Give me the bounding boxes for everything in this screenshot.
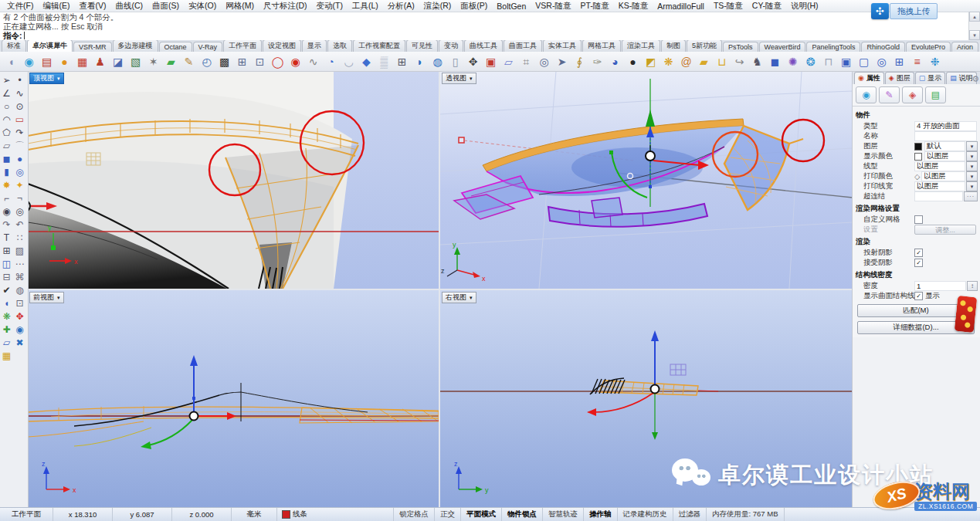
menu-item[interactable]: 网格(M) bbox=[221, 1, 259, 12]
toggle-ortho[interactable]: 正交 bbox=[435, 508, 461, 521]
dots-icon[interactable]: ⋯ bbox=[13, 257, 26, 270]
toolbar-tab[interactable]: V-Ray bbox=[193, 42, 223, 52]
pushpin-icon[interactable]: ♟ bbox=[91, 53, 109, 70]
tab-properties[interactable]: ◉ 属性 bbox=[854, 72, 884, 84]
row-layer[interactable]: 图层 默认 ▾ bbox=[854, 141, 978, 151]
points-grid-icon[interactable]: ∷ bbox=[13, 231, 26, 244]
pointer-icon[interactable]: ➢ bbox=[0, 73, 13, 86]
hatch-icon[interactable]: ▨ bbox=[13, 244, 26, 257]
menu-item[interactable]: 编辑(E) bbox=[38, 1, 74, 12]
layer-stack-icon[interactable]: ≡ bbox=[908, 53, 926, 70]
flash-icon[interactable]: ✦ bbox=[13, 178, 26, 191]
row-linetype[interactable]: 线型 以图层 ▾ bbox=[854, 161, 978, 171]
fillet-icon[interactable]: ↷ bbox=[0, 218, 13, 231]
note-icon[interactable]: ▤ bbox=[925, 86, 946, 103]
command-prompt[interactable]: 指令: bbox=[3, 31, 969, 40]
checkbox[interactable]: ✓ bbox=[914, 259, 923, 267]
polygon-icon[interactable]: ⬠ bbox=[0, 126, 13, 139]
dropdown-arrow-icon[interactable]: ▾ bbox=[966, 171, 978, 181]
tree-icon[interactable]: ✚ bbox=[0, 323, 13, 336]
toolbar-tab[interactable]: 变动 bbox=[439, 40, 463, 52]
gear-icon[interactable]: ⚙ bbox=[972, 75, 979, 83]
swirl-ball-icon[interactable]: ❂ bbox=[802, 53, 819, 70]
rectangle-icon[interactable]: ▭ bbox=[13, 113, 26, 126]
viewport-front[interactable]: z x 前视图 ▾ bbox=[28, 290, 439, 508]
menu-item[interactable]: 查看(V) bbox=[74, 1, 110, 12]
viewport-right-title[interactable]: 右视图 ▾ bbox=[442, 292, 476, 303]
toolbar-tab[interactable]: 多边形建模 bbox=[113, 40, 158, 52]
stretch-box-icon[interactable]: ⌗ bbox=[517, 53, 535, 70]
toolbar-tab[interactable]: 可见性 bbox=[406, 40, 438, 52]
ground-plane-icon[interactable]: ▧ bbox=[127, 53, 144, 70]
toolbar-tab[interactable]: 渲染工具 bbox=[622, 40, 660, 52]
tab-layers[interactable]: ◈ 图层 bbox=[885, 72, 914, 84]
toolbar-tab[interactable]: 标准 bbox=[2, 40, 26, 52]
toolbar-tab[interactable]: VSR-MR bbox=[73, 42, 112, 52]
bowl-icon[interactable]: ◡ bbox=[340, 53, 358, 70]
net-ball-icon[interactable]: ❉ bbox=[926, 53, 944, 70]
globe2-icon[interactable]: ◉ bbox=[13, 323, 26, 336]
dropdown-arrow-icon[interactable]: ▾ bbox=[966, 151, 978, 161]
toolbar-tab[interactable]: 工作视窗配置 bbox=[353, 40, 405, 52]
ellipsis-button[interactable]: ··· bbox=[964, 191, 978, 201]
toggle-planar[interactable]: 平面模式 bbox=[461, 508, 502, 521]
checkbox[interactable] bbox=[914, 215, 923, 224]
viewport-top-title[interactable]: 顶视图 ▾ bbox=[29, 73, 64, 84]
material-wheel-icon[interactable]: ◉ bbox=[856, 86, 877, 103]
spinner[interactable]: ↕ bbox=[967, 281, 978, 291]
arc-icon[interactable]: ◠ bbox=[0, 113, 13, 126]
toolbar-tab[interactable]: 曲面工具 bbox=[504, 40, 542, 52]
toolbar-tab[interactable]: Octane bbox=[159, 42, 192, 52]
coord-z[interactable]: z 0.000 bbox=[172, 508, 232, 521]
chamfer-icon[interactable]: ↶ bbox=[13, 218, 26, 231]
camera-view-icon[interactable]: ◪ bbox=[109, 53, 127, 70]
pipe-icon[interactable]: ⌐ bbox=[0, 191, 13, 205]
menu-item[interactable]: 曲线(C) bbox=[110, 1, 148, 12]
viewport-perspective[interactable]: y x z 透视图 ▾ bbox=[440, 71, 853, 289]
rotate-view-icon[interactable]: ◉ bbox=[20, 53, 38, 70]
menu-item[interactable]: PT-随意 bbox=[575, 1, 613, 12]
plane2-icon[interactable]: ▱ bbox=[0, 336, 13, 349]
text-icon[interactable]: T bbox=[0, 231, 13, 244]
copy-window-icon[interactable]: ⊞ bbox=[233, 53, 251, 70]
globe-icon[interactable]: ◍ bbox=[429, 53, 446, 70]
red-circle-icon[interactable]: ◯ bbox=[269, 53, 287, 70]
check-icon[interactable]: ✔ bbox=[0, 283, 13, 296]
robot-icon[interactable]: ⊡ bbox=[13, 296, 26, 310]
gold-net-icon[interactable]: ▦ bbox=[0, 349, 13, 362]
row-density[interactable]: 密度 1 ↕ bbox=[854, 281, 978, 291]
align-cross-icon[interactable]: ✥ bbox=[13, 310, 26, 323]
quill-icon[interactable]: ✑ bbox=[588, 53, 606, 70]
toolbar-tab[interactable]: 工作平面 bbox=[223, 40, 262, 52]
block-icon[interactable]: ⊞ bbox=[0, 244, 13, 257]
history-clock-icon[interactable]: ◴ bbox=[198, 53, 215, 70]
sketch-pencil-icon[interactable]: ✎ bbox=[180, 53, 198, 70]
menu-item[interactable]: VSR-随意 bbox=[531, 1, 575, 12]
viewport-top[interactable]: x y 顶视图 ▾ bbox=[28, 71, 439, 289]
polyline-icon[interactable]: ∠ bbox=[0, 86, 13, 100]
toolbar-tab[interactable]: 卓尔谟犀牛 bbox=[27, 40, 73, 52]
box-icon[interactable]: ◼ bbox=[0, 152, 13, 165]
menu-item[interactable]: CY-随意 bbox=[748, 1, 786, 12]
boolean-union-icon[interactable]: ◉ bbox=[0, 205, 13, 218]
freeform-curve-icon[interactable]: ↷ bbox=[13, 126, 26, 139]
blue-frame-icon[interactable]: ▣ bbox=[837, 53, 855, 70]
mosaic-ball-icon[interactable]: ✺ bbox=[784, 53, 802, 70]
row-name[interactable]: 名称 bbox=[854, 131, 978, 141]
menu-item[interactable]: 实体(O) bbox=[184, 1, 221, 12]
scroll-down-icon[interactable]: ▾ bbox=[969, 30, 980, 40]
layer-indicator[interactable]: 线条 bbox=[277, 508, 394, 521]
cylinder-icon[interactable]: ▮ bbox=[0, 165, 13, 178]
memory-usage[interactable]: 内存使用量: 767 MB bbox=[707, 508, 785, 521]
anchor-icon[interactable]: ⌘ bbox=[13, 270, 26, 283]
swirl-icon[interactable]: @ bbox=[677, 53, 695, 70]
orbit-icon[interactable]: ◎ bbox=[535, 53, 553, 70]
scoop-icon[interactable]: ◖ bbox=[0, 296, 13, 310]
toolbar-tab[interactable]: 显示 bbox=[302, 40, 327, 52]
dropdown-arrow-icon[interactable]: ▾ bbox=[966, 141, 978, 151]
curve-points-icon[interactable]: ↪ bbox=[731, 53, 748, 70]
toggle-osnap[interactable]: 物件锁点 bbox=[502, 508, 543, 521]
row-print-color[interactable]: 打印颜色 ◇ 以图层 ▾ bbox=[854, 171, 978, 181]
row-receive-shadow[interactable]: 接受阴影 ✓ bbox=[854, 258, 978, 268]
surface-icon[interactable]: ▱ bbox=[0, 139, 13, 152]
